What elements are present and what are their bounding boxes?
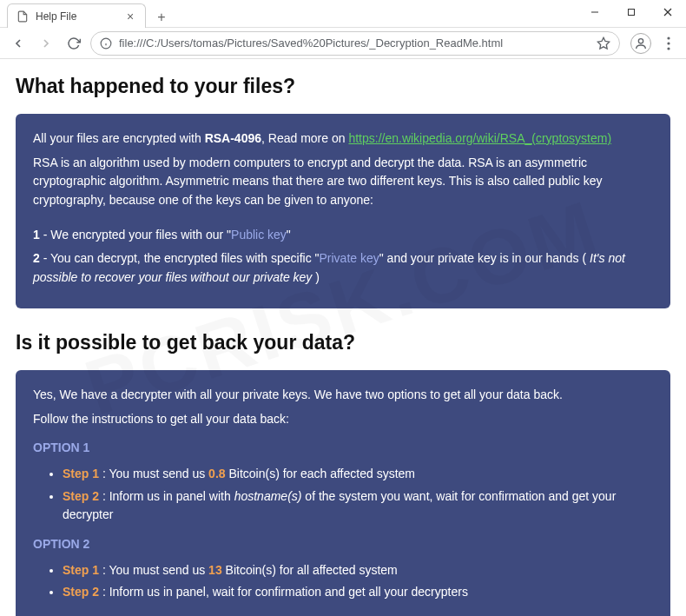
toolbar-right — [630, 33, 679, 54]
svg-point-8 — [638, 38, 643, 43]
tab-close-button[interactable]: × — [124, 10, 136, 23]
maximize-button[interactable] — [613, 0, 650, 24]
forward-button[interactable] — [35, 32, 57, 55]
rsa-description: RSA is an algorithm used by modern compu… — [33, 154, 653, 210]
svg-point-10 — [667, 42, 670, 44]
page-content: What happened to your files? All your fi… — [0, 59, 686, 616]
tab-title: Help File — [36, 10, 76, 23]
option-1-label: OPTION 1 — [33, 439, 653, 458]
browser-toolbar: file:///C:/Users/tomas/Pictures/Saved%20… — [0, 28, 686, 59]
info-icon — [100, 37, 112, 50]
list-item: Step 2 : Inform us in panel with hostnam… — [63, 487, 653, 525]
back-button[interactable] — [7, 32, 30, 55]
heading-what-happened: What happened to your files? — [16, 75, 670, 98]
svg-marker-7 — [597, 37, 609, 49]
reload-button[interactable] — [63, 32, 85, 55]
menu-button[interactable] — [658, 33, 679, 54]
intro-line-2: Follow the instructions to get all your … — [33, 410, 653, 429]
svg-point-11 — [667, 47, 670, 50]
list-item: Step 1 : You must send us 0.8 Bitcoin(s)… — [63, 465, 653, 484]
minimize-button[interactable] — [577, 0, 613, 24]
tabs-area: Help File × + — [0, 0, 577, 28]
new-tab-button[interactable]: + — [151, 7, 172, 28]
bullet-public-key: 1 - We encrypted your files with our "Pu… — [33, 226, 653, 245]
list-item: Step 2 : Inform us in panel, wait for co… — [63, 583, 653, 602]
option-1-steps: Step 1 : You must send us 0.8 Bitcoin(s)… — [33, 465, 653, 525]
browser-tab[interactable]: Help File × — [7, 3, 146, 28]
address-bar[interactable]: file:///C:/Users/tomas/Pictures/Saved%20… — [90, 31, 620, 56]
option-2-steps: Step 1 : You must send us 13 Bitcoin(s) … — [33, 561, 653, 602]
heading-get-back: Is it possible to get back your data? — [16, 331, 670, 354]
info-box-2: Yes, We have a decrypter with all your p… — [16, 370, 670, 616]
url-text: file:///C:/Users/tomas/Pictures/Saved%20… — [119, 36, 597, 50]
svg-rect-1 — [629, 10, 635, 16]
close-button[interactable] — [650, 0, 686, 24]
profile-avatar[interactable] — [630, 33, 651, 54]
bookmark-star-icon[interactable] — [597, 36, 610, 50]
list-item: Step 1 : You must send us 13 Bitcoin(s) … — [63, 561, 653, 580]
window-titlebar: Help File × + — [0, 0, 686, 28]
svg-point-9 — [667, 36, 670, 39]
encrypted-line: All your files are encrypted with RSA-40… — [33, 129, 653, 149]
file-icon — [16, 10, 29, 23]
rsa-wikipedia-link[interactable]: https://en.wikipedia.org/wiki/RSA_(crypt… — [348, 131, 611, 145]
bullet-private-key: 2 - You can decrypt, the encrypted files… — [33, 249, 653, 287]
option-2-label: OPTION 2 — [33, 535, 653, 554]
info-box-1: All your files are encrypted with RSA-40… — [16, 114, 670, 308]
intro-line-1: Yes, We have a decrypter with all your p… — [33, 386, 653, 405]
window-controls — [577, 0, 686, 24]
